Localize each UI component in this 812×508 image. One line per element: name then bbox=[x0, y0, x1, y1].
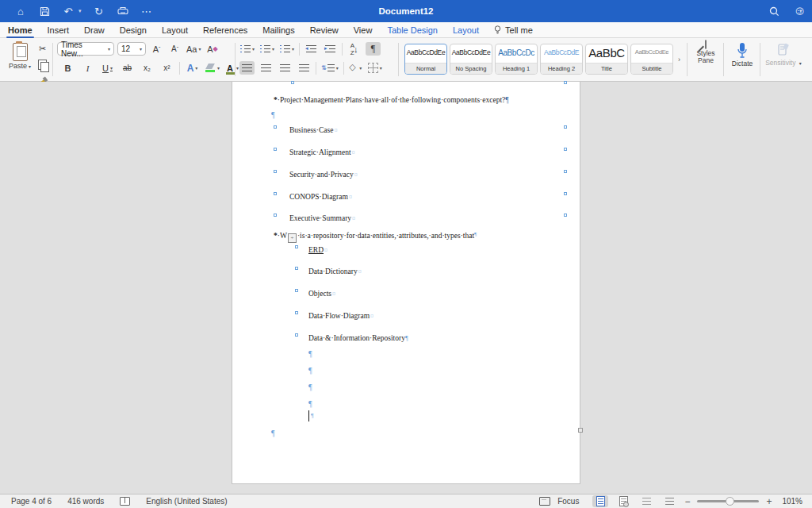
tab-layout[interactable]: Layout bbox=[162, 22, 188, 38]
tab-references[interactable]: References bbox=[203, 22, 247, 38]
word-count[interactable]: 416 words bbox=[67, 497, 104, 506]
justify-button[interactable] bbox=[297, 61, 312, 75]
multilevel-list-icon bbox=[280, 45, 290, 52]
document-title: Document12 bbox=[0, 0, 812, 22]
sort-button[interactable]: AZ↓ bbox=[347, 42, 362, 56]
word-window: ⌂ ↶ ▾ ↻ ⋯ Document12 ☺▾ Home Insert Draw… bbox=[0, 0, 812, 508]
shading-button[interactable]: ▾ bbox=[348, 61, 363, 75]
increase-indent-button[interactable] bbox=[323, 42, 338, 56]
align-center-button[interactable] bbox=[259, 61, 274, 75]
paragraph-mark: ¶ bbox=[311, 413, 314, 418]
zoom-in-button[interactable]: + bbox=[766, 498, 772, 506]
focus-icon bbox=[539, 497, 550, 506]
lightbulb-icon bbox=[494, 25, 501, 35]
tab-home[interactable]: Home bbox=[8, 22, 33, 38]
decrease-indent-icon bbox=[306, 45, 316, 52]
underline-button[interactable]: U▾ bbox=[100, 61, 115, 75]
grow-font-button[interactable]: Aˆ bbox=[149, 42, 164, 56]
shrink-font-button[interactable]: Aˇ bbox=[167, 42, 182, 56]
draft-view-button[interactable] bbox=[661, 495, 677, 507]
subscript-button[interactable]: x₂ bbox=[140, 61, 155, 75]
ribbon: Paste▾ ✂ Times New...▾ 12▾ Aˆ Aˇ Aa▾ A◆ bbox=[0, 38, 812, 82]
strikethrough-button[interactable]: ab bbox=[120, 61, 135, 75]
question-2-text[interactable]: *·W÷·is·a·repository·for·data·entities,·… bbox=[274, 231, 477, 243]
change-case-button[interactable]: Aa▾ bbox=[186, 42, 201, 56]
bold-button[interactable]: B bbox=[60, 61, 75, 75]
paste-button[interactable]: Paste▾ bbox=[6, 41, 33, 70]
zoom-slider[interactable] bbox=[697, 500, 759, 502]
tab-draw[interactable]: Draw bbox=[84, 22, 105, 38]
style-subtitle[interactable]: AaBbCcDdEe Subtitle bbox=[630, 44, 673, 75]
zoom-percentage[interactable]: 101% bbox=[782, 497, 802, 506]
borders-button[interactable]: ▾ bbox=[367, 61, 383, 75]
style-normal[interactable]: AaBbCcDdEe Normal bbox=[404, 44, 447, 75]
web-layout-icon bbox=[619, 496, 628, 506]
tab-review[interactable]: Review bbox=[310, 22, 339, 38]
outline-view-icon bbox=[642, 498, 651, 505]
multilevel-list-button[interactable]: ▾ bbox=[279, 42, 295, 56]
copy-button[interactable] bbox=[35, 58, 50, 71]
paragraph-mark: ¶ bbox=[308, 366, 312, 375]
inline-object-box[interactable]: ÷ bbox=[288, 233, 297, 243]
font-group: Times New...▾ 12▾ Aˆ Aˇ Aa▾ A◆ B I U▾ ab… bbox=[56, 38, 233, 82]
draft-view-icon bbox=[665, 498, 674, 505]
outline-view-button[interactable] bbox=[638, 495, 654, 507]
print-layout-view-button[interactable] bbox=[592, 495, 608, 507]
page-indicator[interactable]: Page 4 of 6 bbox=[11, 497, 52, 506]
document-page[interactable]: *·Project·Management·Plans·have·all·of·t… bbox=[232, 82, 580, 484]
show-formatting-marks-button[interactable]: ¶ bbox=[366, 42, 381, 56]
print-layout-icon bbox=[596, 496, 605, 506]
style-title[interactable]: AaBbC Title bbox=[585, 44, 628, 75]
cut-button[interactable]: ✂ bbox=[35, 42, 50, 56]
numbering-button[interactable]: ▾ bbox=[259, 42, 275, 56]
language-indicator[interactable]: English (United States) bbox=[146, 497, 227, 506]
tab-table-layout[interactable]: Layout bbox=[453, 22, 479, 38]
borders-icon bbox=[368, 63, 378, 73]
zoom-out-button[interactable]: − bbox=[684, 498, 690, 506]
styles-more-icon[interactable]: › bbox=[678, 56, 680, 64]
table-resize-handle[interactable] bbox=[578, 428, 583, 433]
search-icon[interactable] bbox=[768, 5, 780, 17]
italic-button[interactable]: I bbox=[80, 61, 95, 75]
paragraph-mark: ¶ bbox=[308, 349, 312, 358]
sensitivity-button: Sensitivity ▾ bbox=[763, 40, 804, 79]
ribbon-tab-bar: Home Insert Draw Design Layout Reference… bbox=[0, 22, 812, 38]
superscript-button[interactable]: x² bbox=[159, 61, 174, 75]
styles-pane-button[interactable]: Styles Pane bbox=[690, 40, 722, 79]
paste-clipboard-icon bbox=[13, 43, 28, 61]
clear-formatting-button[interactable]: A◆ bbox=[205, 42, 220, 56]
tell-me[interactable]: Tell me bbox=[494, 25, 533, 35]
tab-table-design[interactable]: Table Design bbox=[387, 22, 438, 38]
font-name-select[interactable]: Times New...▾ bbox=[57, 42, 114, 56]
tab-mailings[interactable]: Mailings bbox=[262, 22, 294, 38]
text-cursor bbox=[308, 410, 309, 421]
style-heading-2[interactable]: AaBbCcDdE Heading 2 bbox=[540, 44, 583, 75]
style-no-spacing[interactable]: AaBbCcDdEe No Spacing bbox=[450, 44, 492, 75]
paragraph-mark: ¶ bbox=[271, 110, 275, 119]
question-1-text[interactable]: *·Project·Management·Plans·have·all·of·t… bbox=[274, 96, 509, 104]
align-right-button[interactable] bbox=[278, 61, 293, 75]
tab-view[interactable]: View bbox=[354, 22, 373, 38]
font-size-select[interactable]: 12▾ bbox=[117, 42, 146, 56]
bullets-button[interactable]: ▾ bbox=[239, 42, 255, 56]
decrease-indent-button[interactable] bbox=[304, 42, 319, 56]
align-center-icon bbox=[261, 64, 271, 71]
document-area: *·Project·Management·Plans·have·all·of·t… bbox=[0, 82, 812, 494]
line-spacing-button[interactable]: ⇅▾ bbox=[320, 61, 339, 75]
microphone-icon bbox=[737, 42, 748, 59]
feedback-smiley-icon[interactable]: ☺▾ bbox=[791, 5, 804, 17]
tab-insert[interactable]: Insert bbox=[48, 22, 70, 38]
tab-design[interactable]: Design bbox=[120, 22, 147, 38]
align-left-icon bbox=[242, 64, 252, 71]
web-layout-view-button[interactable] bbox=[615, 495, 631, 507]
title-bar: ⌂ ↶ ▾ ↻ ⋯ Document12 ☺▾ bbox=[0, 0, 812, 22]
focus-toggle[interactable]: Focus bbox=[557, 497, 579, 506]
align-left-button[interactable] bbox=[239, 61, 255, 75]
text-effects-button[interactable]: A▾ bbox=[185, 61, 200, 75]
zoom-slider-thumb[interactable] bbox=[726, 497, 734, 506]
highlight-button[interactable]: ▾ bbox=[205, 61, 220, 75]
proofing-status-icon[interactable] bbox=[120, 497, 130, 506]
dictate-button[interactable]: Dictate bbox=[726, 40, 758, 79]
style-heading-1[interactable]: AaBbCcDc Heading 1 bbox=[495, 44, 538, 75]
table-cell-marker bbox=[291, 81, 294, 84]
